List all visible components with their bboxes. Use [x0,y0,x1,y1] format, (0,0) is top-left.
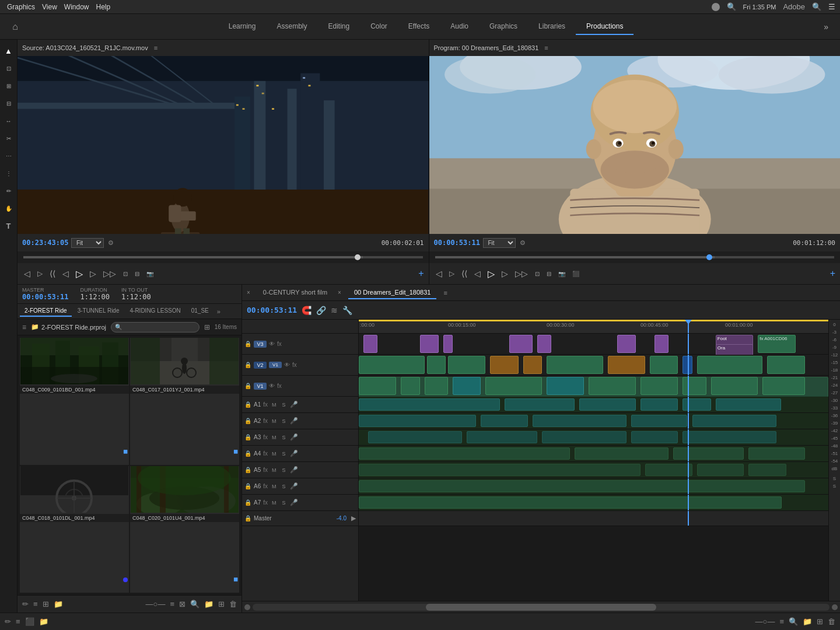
program-next-frame[interactable]: ▷ [500,268,510,279]
tl-snap-icon[interactable]: 🧲 [302,306,312,315]
a2-clip-4[interactable] [631,415,688,428]
v3-type-btn[interactable]: V3 [254,341,267,348]
tl-footer-right-circle[interactable] [832,604,838,610]
program-step-back[interactable]: ⟨⟨ [460,268,469,279]
timeline-timecode[interactable]: 00:00:53:11 [247,306,297,314]
status-search2-icon[interactable]: 🔍 [789,617,798,626]
a4-mute-btn[interactable]: M [270,450,278,457]
a2-mute-btn[interactable]: M [270,418,278,425]
media-item-0[interactable]: ◼ C048_C009_0101BD_001.mp4 [20,338,129,465]
v3-fx-icon[interactable]: fx [277,341,282,347]
v1-inset-btn[interactable]: V1 [269,362,282,368]
menu-search-icon[interactable]: 🔍 [727,2,736,11]
a6-solo-btn[interactable]: S [281,483,288,490]
a2-fx-icon[interactable]: fx [263,418,268,424]
tab-learning[interactable]: Learning [218,19,267,35]
timeline-menu-icon[interactable]: ≡ [443,289,447,296]
tab-editing[interactable]: Editing [317,19,360,35]
razor-tool[interactable]: ✂ [2,132,15,145]
a7-lock-icon[interactable]: 🔒 [244,499,251,506]
footer-zoom-slider[interactable]: —○— [146,600,166,608]
menu-item-help[interactable]: Help [94,3,113,11]
program-settings-icon[interactable]: ⚙ [518,238,527,248]
proj-tab-riding-lesson[interactable]: 4-RIDING LESSON [125,306,186,317]
source-insert[interactable]: ⊡ [121,270,130,278]
program-add-btn[interactable]: + [830,268,835,279]
master-lock-icon[interactable]: 🔒 [244,515,251,522]
a2-mic-icon[interactable]: 🎤 [290,417,298,425]
a3-clip-3[interactable] [542,431,626,444]
tl-footer-left-circle[interactable] [244,604,250,610]
a3-mute-btn[interactable]: M [270,434,278,441]
a4-fx-icon[interactable]: fx [263,450,268,457]
proj-tab-01-se[interactable]: 01_SE [187,306,214,317]
a1-clip-1[interactable] [359,398,500,411]
v3-clip-6[interactable] [617,335,636,353]
source-step-back[interactable]: ⟨⟨ [48,268,57,279]
hand-tool[interactable]: ✋ [2,202,15,215]
program-mark-in[interactable]: ◁ [434,268,444,279]
a5-mute-btn[interactable]: M [270,467,278,474]
status-bin-icon[interactable]: 📁 [39,617,48,626]
type-tool[interactable]: T [2,219,15,232]
a2-clip-3[interactable] [533,415,626,428]
program-mark-out[interactable]: ▷ [447,268,456,279]
menu-item-view[interactable]: View [40,3,60,11]
a2-clip-5[interactable] [692,415,777,428]
source-next-frame[interactable]: ▷ [88,268,98,279]
v2-clip-orange-1[interactable] [490,356,518,374]
v1-clip-5[interactable] [485,377,542,395]
a7-clip-1[interactable] [359,496,782,509]
footer-list-icon[interactable]: ≡ [33,600,38,608]
tl-link-icon[interactable]: 🔗 [316,306,326,315]
v3-eye-icon[interactable]: 👁 [269,341,275,347]
program-fit-dropdown[interactable]: Fit 25% 50% 100% [483,238,516,248]
source-prev-frame[interactable]: ◁ [61,268,71,279]
menu-circle-btn[interactable] [712,3,720,11]
v2-clip-7[interactable] [767,356,804,374]
status-folder-icon[interactable]: 📁 [803,617,812,626]
ripple-tool[interactable]: ⊞ [2,79,15,92]
footer-folder-icon[interactable]: 📁 [204,600,214,608]
menu-hamburger-icon[interactable]: ☰ [828,2,835,11]
select-tool[interactable]: ▲ [2,44,15,57]
a5-lock-icon[interactable]: 🔒 [244,467,251,473]
tab-libraries[interactable]: Libraries [528,19,576,35]
a7-mic-icon[interactable]: 🎤 [290,499,298,506]
tl-wrench-icon[interactable]: 🔧 [342,306,352,315]
timeline-tab-1-close[interactable]: × [338,289,341,296]
program-export[interactable]: 📷 [556,270,567,278]
v1-clip-8[interactable] [640,377,678,395]
footer-hamburger-icon[interactable]: ≡ [170,600,174,608]
a5-solo-btn[interactable]: S [281,467,288,474]
program-insert[interactable]: ⊡ [533,270,541,278]
workspace-more-btn[interactable]: » [819,19,833,35]
v3-clip-a001[interactable]: fx A001CD06 [758,335,795,353]
v2-clip-3[interactable] [448,356,485,374]
a4-solo-btn[interactable]: S [281,450,288,457]
tab-effects[interactable]: Effects [398,19,440,35]
source-step-forward[interactable]: ▷▷ [102,268,118,279]
v3-clip-1[interactable] [363,335,377,353]
media-item-3[interactable]: ◼ C048_C020_0101U4_001.mp4 [130,466,239,593]
media-item-2[interactable]: C048_C018_0101DL_001.mp4 [20,466,129,593]
v1-clip-2[interactable] [401,377,419,395]
source-monitor-menu-icon[interactable]: ≡ [154,44,158,51]
footer-trash-icon[interactable]: 🗑 [229,600,237,608]
v1-clip-10[interactable] [711,377,758,395]
a7-solo-btn[interactable]: S [281,499,288,506]
v2-clip-4[interactable] [547,356,603,374]
a6-clip-1[interactable] [359,480,805,493]
footer-grid-icon[interactable]: ⊠ [179,600,186,608]
project-icon-btn[interactable]: ⊞ [204,323,210,331]
a2-clip-2[interactable] [481,415,528,428]
v2-clip-orange-3[interactable] [608,356,645,374]
program-export2[interactable]: ⬛ [570,270,581,278]
a5-clip-2[interactable] [645,464,692,477]
menu-item-window[interactable]: Window [62,3,92,11]
slide-tool[interactable]: ⋮ [2,167,15,180]
timeline-tab-0[interactable]: 0-CENTURY short film [257,286,333,299]
v3-clip-7[interactable] [654,335,668,353]
v2-eye-icon[interactable]: 👁 [284,362,290,368]
source-settings-icon[interactable]: ⚙ [106,238,116,248]
